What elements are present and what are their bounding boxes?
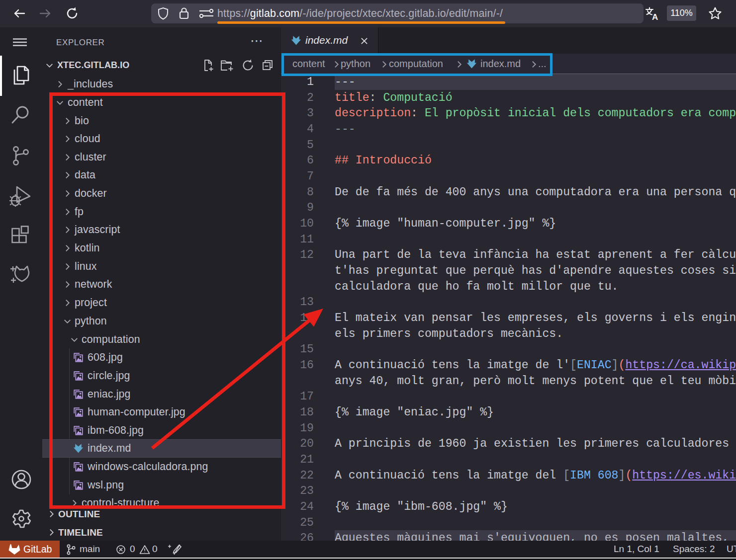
svg-text:A: A bbox=[652, 12, 658, 21]
